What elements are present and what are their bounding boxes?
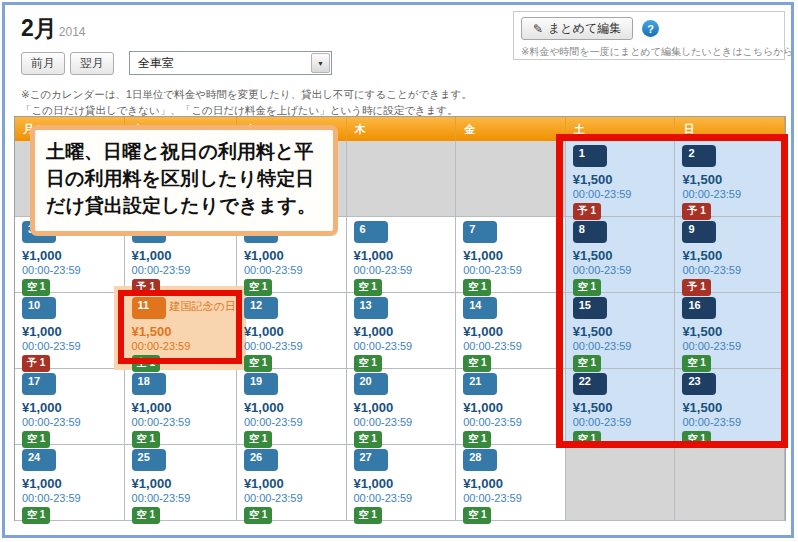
price-label: ¥1,000	[132, 248, 236, 263]
day-row: 11建国記念の日	[132, 297, 236, 321]
vacancy-badge: 空 1	[22, 279, 50, 296]
vacancy-badge: 空 1	[682, 431, 710, 448]
calendar-empty-cell	[566, 445, 676, 521]
price-label: ¥1,000	[244, 400, 346, 415]
day-row: 18	[132, 373, 236, 397]
time-range-label: 00:00-23:59	[132, 340, 236, 352]
day-number-badge: 21	[463, 373, 497, 395]
vacancy-badge: 空 1	[354, 431, 382, 448]
calendar-day-7[interactable]: 7¥1,00000:00-23:59空 1	[456, 217, 566, 293]
day-row: 17	[22, 373, 124, 397]
bulk-edit-note: ※料金や時間を一度にまとめて編集したいときはこちらから	[521, 45, 779, 59]
reservation-badge: 予 1	[682, 279, 710, 296]
day-row: 13	[354, 297, 456, 321]
calendar-day-26[interactable]: 26¥1,00000:00-23:59空 1	[237, 445, 347, 521]
calendar-day-2[interactable]: 2¥1,50000:00-23:59予 1	[675, 141, 785, 217]
dropdown-arrow-icon[interactable]: ▼	[311, 53, 330, 73]
reservation-badge: 予 1	[132, 279, 160, 296]
price-label: ¥1,000	[244, 248, 346, 263]
time-range-label: 00:00-23:59	[463, 416, 565, 428]
day-number-badge: 17	[22, 373, 56, 395]
calendar-day-10[interactable]: 10¥1,00000:00-23:59予 1	[15, 293, 125, 369]
day-row: 20	[354, 373, 456, 397]
price-label: ¥1,500	[573, 172, 675, 187]
price-label: ¥1,000	[22, 324, 124, 339]
calendar-admin-page: 2月2014 ✎ まとめて編集 ? ※料金や時間を一度にまとめて編集したいときは…	[2, 2, 794, 538]
time-range-label: 00:00-23:59	[463, 492, 565, 504]
price-label: ¥1,000	[354, 248, 456, 263]
calendar-day-16[interactable]: 16¥1,50000:00-23:59空 1	[675, 293, 785, 369]
vacancy-badge: 空 1	[463, 507, 491, 524]
help-icon[interactable]: ?	[642, 20, 659, 37]
day-number-badge: 8	[573, 221, 607, 243]
calendar-note-line1: ※このカレンダーは、1日単位で料金や時間を変更したり、貸出し不可にすることができ…	[21, 87, 472, 103]
calendar-controls: 前月 翌月 全車室 ▼	[21, 51, 332, 75]
price-label: ¥1,500	[682, 172, 784, 187]
calendar-empty-cell	[456, 141, 566, 217]
vacancy-badge: 空 1	[354, 279, 382, 296]
calendar-day-6[interactable]: 6¥1,00000:00-23:59空 1	[347, 217, 457, 293]
room-select[interactable]: 全車室 ▼	[129, 51, 332, 75]
day-row: 8	[573, 221, 675, 245]
price-label: ¥1,000	[244, 476, 346, 491]
calendar-day-22[interactable]: 22¥1,50000:00-23:59空 1	[566, 369, 676, 445]
reservation-badge: 予 1	[22, 355, 50, 372]
calendar-day-21[interactable]: 21¥1,00000:00-23:59空 1	[456, 369, 566, 445]
day-number-badge: 22	[573, 373, 607, 395]
calendar-day-9[interactable]: 9¥1,50000:00-23:59予 1	[675, 217, 785, 293]
calendar-day-1[interactable]: 1¥1,50000:00-23:59予 1	[566, 141, 676, 217]
price-label: ¥1,500	[132, 324, 236, 339]
vacancy-badge: 空 1	[244, 507, 272, 524]
vacancy-badge: 空 1	[354, 507, 382, 524]
next-month-button[interactable]: 翌月	[70, 52, 114, 75]
vacancy-badge: 空 1	[573, 279, 601, 296]
calendar-note: ※このカレンダーは、1日単位で料金や時間を変更したり、貸出し不可にすることができ…	[21, 87, 472, 119]
price-label: ¥1,000	[22, 400, 124, 415]
calendar-day-27[interactable]: 27¥1,00000:00-23:59空 1	[347, 445, 457, 521]
pencil-icon: ✎	[533, 22, 543, 36]
price-label: ¥1,500	[682, 400, 784, 415]
calendar-day-11[interactable]: 11建国記念の日¥1,50000:00-23:59空 1	[125, 293, 237, 369]
time-range-label: 00:00-23:59	[573, 340, 675, 352]
time-range-label: 00:00-23:59	[682, 264, 784, 276]
day-number-badge: 6	[354, 221, 388, 243]
bulk-edit-button[interactable]: ✎ まとめて編集	[521, 17, 633, 40]
time-range-label: 00:00-23:59	[132, 264, 236, 276]
calendar-day-15[interactable]: 15¥1,50000:00-23:59空 1	[566, 293, 676, 369]
price-label: ¥1,000	[132, 400, 236, 415]
day-number-badge: 27	[354, 449, 388, 471]
vacancy-badge: 空 1	[573, 431, 601, 448]
price-label: ¥1,000	[354, 400, 456, 415]
calendar-empty-cell	[675, 445, 785, 521]
vacancy-badge: 空 1	[132, 507, 160, 524]
calendar-day-20[interactable]: 20¥1,00000:00-23:59空 1	[347, 369, 457, 445]
time-range-label: 00:00-23:59	[682, 188, 784, 200]
prev-month-button[interactable]: 前月	[21, 52, 65, 75]
price-label: ¥1,500	[573, 248, 675, 263]
calendar-day-12[interactable]: 12¥1,00000:00-23:59空 1	[237, 293, 347, 369]
calendar-day-8[interactable]: 8¥1,50000:00-23:59空 1	[566, 217, 676, 293]
holiday-name-label: 建国記念の日	[170, 299, 236, 314]
calendar-day-25[interactable]: 25¥1,00000:00-23:59空 1	[125, 445, 237, 521]
calendar-day-19[interactable]: 19¥1,00000:00-23:59空 1	[237, 369, 347, 445]
day-number-badge: 23	[682, 373, 716, 395]
time-range-label: 00:00-23:59	[354, 264, 456, 276]
calendar-day-18[interactable]: 18¥1,00000:00-23:59空 1	[125, 369, 237, 445]
price-label: ¥1,000	[22, 476, 124, 491]
vacancy-badge: 空 1	[354, 355, 382, 372]
calendar-day-23[interactable]: 23¥1,50000:00-23:59空 1	[675, 369, 785, 445]
day-row: 26	[244, 449, 346, 473]
vacancy-badge: 空 1	[244, 279, 272, 296]
vacancy-badge: 空 1	[463, 355, 491, 372]
calendar-day-17[interactable]: 17¥1,00000:00-23:59空 1	[15, 369, 125, 445]
calendar-day-14[interactable]: 14¥1,00000:00-23:59空 1	[456, 293, 566, 369]
calendar-day-28[interactable]: 28¥1,00000:00-23:59空 1	[456, 445, 566, 521]
day-number-badge: 9	[682, 221, 716, 243]
calendar-day-13[interactable]: 13¥1,00000:00-23:59空 1	[347, 293, 457, 369]
vacancy-badge: 空 1	[573, 355, 601, 372]
calendar-day-24[interactable]: 24¥1,00000:00-23:59空 1	[15, 445, 125, 521]
time-range-label: 00:00-23:59	[682, 340, 784, 352]
month-title: 2月	[21, 15, 57, 41]
vacancy-badge: 空 1	[463, 279, 491, 296]
bulk-edit-button-label: まとめて編集	[548, 20, 621, 37]
